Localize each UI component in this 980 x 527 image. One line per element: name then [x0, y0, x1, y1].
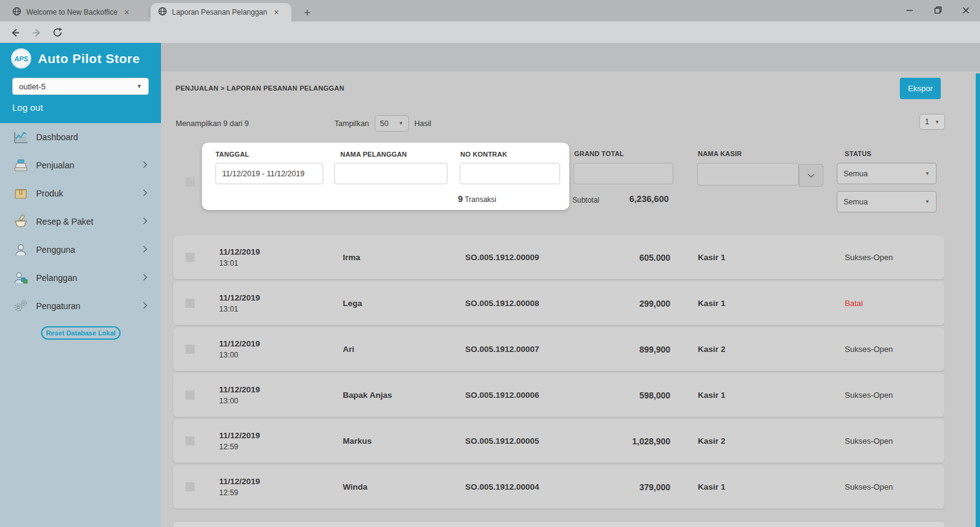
reload-button[interactable]: [50, 25, 65, 40]
sidebar-item-pengaturan[interactable]: Pengaturan: [0, 292, 161, 320]
top-strip: [161, 43, 980, 72]
status-filter-select[interactable]: Semua ▼: [837, 163, 937, 184]
row-checkbox[interactable]: [185, 436, 195, 446]
row-checkbox[interactable]: [185, 391, 195, 400]
sidebar-item-pengguna[interactable]: Pengguna: [0, 236, 161, 264]
sidebar-item-resep-paket[interactable]: Resep & Paket: [0, 207, 161, 236]
cell-date: 11/12/2019 12:59: [219, 431, 343, 451]
tab-laporan-pesanan[interactable]: Laporan Pesanan Pelanggan ×: [151, 3, 291, 21]
cell-grand-total: 598,000: [575, 391, 670, 400]
col-header-nama-kasir: NAMA KASIR: [698, 150, 742, 157]
transaction-count-label: Transaksi: [465, 195, 496, 204]
status-text: Sukses-Open: [845, 482, 893, 491]
sidebar-item-label: Dashboard: [36, 132, 78, 142]
cell-cashier: Kasir 1: [698, 253, 845, 262]
status-filter-value: Semua: [843, 170, 868, 178]
subtotal-label: Subtotal: [572, 196, 599, 204]
tanggal-filter-input[interactable]: [215, 163, 323, 184]
status-text: Sukses-Open: [845, 253, 893, 262]
table-row: 11/12/2019 12:59 Markus SO.005.1912.0000…: [173, 419, 944, 463]
aps-logo: APS: [11, 48, 31, 69]
row-checkbox[interactable]: [185, 253, 195, 262]
order-date: 11/12/2019: [219, 293, 343, 302]
filter-header-row: TANGGAL NAMA PELANGGAN NO KONTRAK 9 Tran…: [173, 142, 944, 211]
cell-grand-total: 1,028,900: [575, 436, 670, 446]
export-button[interactable]: Ekspor: [900, 78, 941, 99]
grand-total-filter-input[interactable]: [574, 163, 673, 184]
table-row: 11/12/2019 13:00 Ari SO.005.1912.00007 8…: [173, 327, 944, 371]
user-icon: [12, 242, 29, 258]
status-filter-2-value: Semua: [843, 198, 868, 206]
cell-date: 11/12/2019 12:59: [219, 477, 343, 497]
cell-cashier: Kasir 1: [698, 299, 845, 308]
row-checkbox[interactable]: [185, 299, 195, 308]
nama-pelanggan-filter-input[interactable]: [334, 163, 447, 184]
sidebar-item-produk[interactable]: Produk: [0, 179, 161, 207]
tab-close-icon[interactable]: ×: [122, 7, 131, 17]
sidebar-item-pelanggan[interactable]: Pelanggan: [0, 264, 161, 292]
select-all-checkbox[interactable]: [185, 178, 195, 187]
close-window-button[interactable]: [952, 0, 980, 20]
kasir-dropdown-button[interactable]: [799, 164, 823, 187]
cell-cashier: Kasir 1: [698, 391, 845, 400]
gears-icon: [12, 298, 29, 314]
tab-divider: [149, 7, 149, 17]
globe-favicon-icon: [12, 7, 21, 18]
col-header-status: STATUS: [845, 150, 872, 157]
chevron-right-icon: [143, 160, 148, 171]
reset-database-button[interactable]: Reset Database Lokal: [41, 326, 121, 340]
status-text: Sukses-Open: [845, 391, 893, 400]
sidebar-item-dashboard[interactable]: Dashboard: [0, 123, 161, 151]
cell-status: Sukses-Open: [845, 436, 944, 446]
brand-name: Auto Pilot Store: [38, 51, 140, 66]
mortar-pestle-icon: [12, 214, 29, 230]
dashboard-chart-icon: [12, 129, 29, 145]
sidebar-item-penjualan[interactable]: Penjualan: [0, 151, 161, 179]
outlet-value: outlet-5: [19, 82, 45, 91]
filter-card: TANGGAL NAMA PELANGGAN NO KONTRAK 9 Tran…: [202, 143, 569, 210]
cell-status: Sukses-Open: [845, 345, 944, 354]
order-time: 13:01: [219, 305, 343, 313]
status-text: Batal: [845, 299, 863, 308]
customer-icon: [12, 270, 29, 286]
tab-welcome-backoffice[interactable]: Welcome to New Backoffice ×: [5, 3, 147, 21]
caret-down-icon: ▼: [137, 83, 142, 89]
row-checkbox[interactable]: [185, 482, 195, 491]
tab-close-icon[interactable]: ×: [272, 7, 280, 17]
back-button[interactable]: [7, 25, 22, 40]
chevron-right-icon: [143, 272, 148, 283]
transaction-count: 9 Transaksi: [458, 194, 496, 204]
col-header-nama-pelanggan: NAMA PELANGGAN: [340, 151, 407, 158]
minimize-button[interactable]: [896, 0, 924, 20]
chevron-right-icon: [143, 188, 148, 199]
cell-status: Batal: [845, 299, 944, 308]
caret-down-icon: ▼: [935, 119, 940, 125]
results-meta-row: Menampilkan 9 dari 9 Tampilkan 50 ▼ Hasi…: [176, 115, 432, 132]
sidebar-item-label: Penjualan: [36, 160, 74, 170]
status-filter-select-2[interactable]: Semua ▼: [837, 191, 937, 212]
order-time: 13:01: [219, 259, 343, 267]
forward-button[interactable]: [29, 25, 44, 40]
row-checkbox[interactable]: [185, 345, 195, 354]
new-tab-button[interactable]: +: [299, 5, 315, 21]
chevron-right-icon: [143, 301, 148, 312]
outlet-selector[interactable]: outlet-5 ▼: [12, 78, 149, 95]
nama-kasir-filter-input[interactable]: [697, 163, 799, 185]
sidebar-item-label: Pelanggan: [36, 273, 77, 283]
cell-date: 11/12/2019 13:00: [219, 385, 343, 405]
page-number-select[interactable]: 1 ▼: [919, 114, 945, 130]
page-size-select[interactable]: 50 ▼: [375, 115, 409, 132]
cell-cashier: Kasir 2: [698, 436, 845, 446]
cell-contract-number: SO.005.1912.00004: [465, 482, 575, 491]
browser-toolbar: member.autopilotstore.co.id/laporan_pesa…: [0, 21, 980, 43]
sidebar-item-label: Produk: [36, 189, 63, 198]
table-row-partial: [173, 521, 944, 527]
restore-button[interactable]: [924, 0, 952, 20]
transaction-count-number: 9: [458, 194, 463, 204]
no-kontrak-filter-input[interactable]: [460, 163, 560, 184]
cell-contract-number: SO.005.1912.00007: [465, 345, 575, 354]
logout-link[interactable]: Log out: [12, 102, 43, 113]
cell-date: 11/12/2019 13:01: [219, 293, 343, 313]
page-scrollbar[interactable]: [976, 73, 980, 527]
showing-count-text: Menampilkan 9 dari 9: [176, 119, 249, 128]
